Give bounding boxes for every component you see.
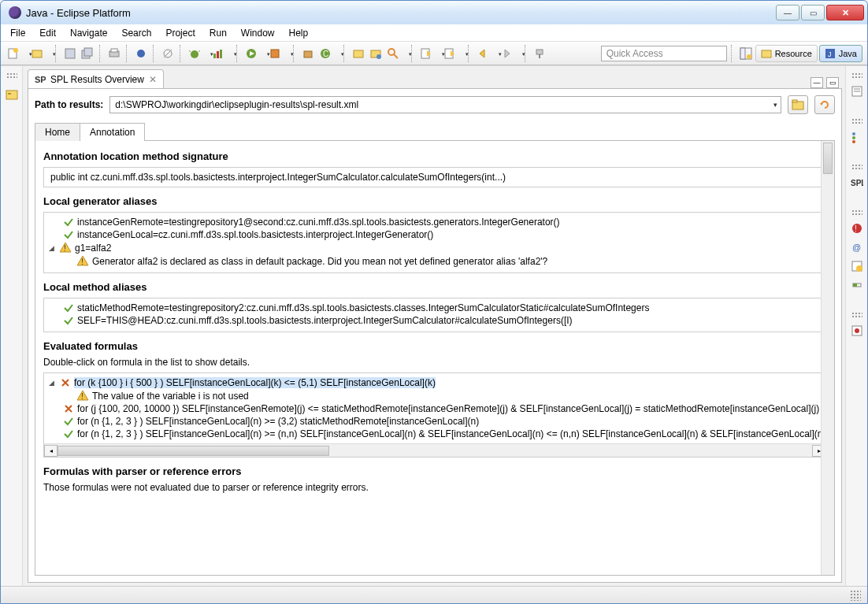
trim-grip[interactable]: [851, 72, 862, 79]
method-signature-box: public int cz.cuni.mff.d3s.spl.tools.bas…: [43, 167, 826, 187]
path-dropdown-icon[interactable]: ▾: [773, 101, 777, 109]
problems-icon[interactable]: !: [851, 222, 863, 235]
svg-marker-47: [820, 103, 823, 106]
new-icon[interactable]: ▾: [6, 46, 28, 61]
pin-icon[interactable]: [532, 46, 547, 61]
quick-access[interactable]: Quick Access: [601, 46, 727, 61]
svg-point-57: [852, 132, 855, 135]
check-icon: [63, 428, 74, 439]
tree-row[interactable]: ◢ for (k {100 } i { 500 } ) SELF[instanc…: [49, 376, 821, 389]
skip-breakpoints-icon[interactable]: [160, 46, 176, 61]
resize-grip-icon[interactable]: [850, 590, 861, 601]
warning-icon: !: [77, 390, 89, 402]
outline-icon[interactable]: [851, 131, 863, 143]
menu-window[interactable]: Window: [235, 26, 281, 40]
save-icon[interactable]: [62, 46, 78, 61]
refresh-button[interactable]: [814, 95, 835, 114]
tree-row[interactable]: SELF=THIS@HEAD:cz.cuni.mff.d3s.spl.tools…: [49, 314, 821, 327]
trim-grip[interactable]: [851, 164, 862, 170]
path-row: Path to results: d:\SWPROJ\workingdir\ec…: [35, 95, 835, 114]
method-tree[interactable]: staticMethodRemote=testingrepository2:cz…: [43, 298, 826, 332]
tree-row[interactable]: for (n {1, 2, 3 } ) SELF[instanceGenLoca…: [49, 428, 821, 440]
close-tab-icon[interactable]: ✕: [149, 74, 157, 85]
maximize-button[interactable]: ▭: [801, 5, 825, 20]
generator-tree[interactable]: instanceGenRemote=testingrepository1@sec…: [43, 212, 826, 273]
close-button[interactable]: ✕: [826, 5, 864, 20]
menu-edit[interactable]: Edit: [33, 26, 62, 40]
scroll-thumb[interactable]: [57, 446, 329, 456]
maximize-view-icon[interactable]: ▭: [826, 77, 839, 88]
forward-icon[interactable]: ▾: [499, 46, 521, 61]
svg-rect-34: [536, 50, 543, 54]
menu-run[interactable]: Run: [203, 26, 233, 40]
tree-row[interactable]: ! The value of the variable i is not use…: [49, 389, 821, 402]
path-input[interactable]: d:\SWPROJ\workingdir\eclipseplugin-resul…: [109, 96, 781, 113]
svg-rect-39: [762, 50, 771, 57]
run-last-icon[interactable]: ▾: [267, 46, 289, 61]
tab-home[interactable]: Home: [35, 123, 80, 141]
tree-row[interactable]: ! Generator alfa2 is declared as class i…: [49, 254, 821, 268]
minimize-view-icon[interactable]: —: [811, 77, 823, 88]
save-all-icon[interactable]: [80, 46, 95, 61]
window-title: Java - Eclipse Platform: [26, 7, 776, 19]
declaration-icon[interactable]: [851, 260, 863, 272]
open-type-icon[interactable]: [351, 46, 366, 61]
annotation-nav1-icon[interactable]: ▾: [418, 46, 440, 61]
search-icon[interactable]: ▾: [385, 46, 407, 61]
menu-help[interactable]: Help: [283, 26, 315, 40]
method-signature-header: Annotation location method signature: [43, 150, 826, 162]
menu-file[interactable]: File: [4, 26, 32, 40]
new-class-icon[interactable]: C▾: [317, 46, 339, 61]
left-trim: [1, 66, 23, 586]
tree-row[interactable]: for (j {100, 200, 10000 }) SELF[instance…: [49, 402, 821, 415]
debug-icon[interactable]: ▾: [187, 46, 209, 61]
svg-point-11: [191, 50, 198, 58]
menu-search[interactable]: Search: [115, 26, 158, 40]
scroll-left-icon[interactable]: ◂: [44, 445, 57, 457]
tree-row[interactable]: instanceGenLocal=cz.cuni.mff.d3s.spl.too…: [49, 228, 821, 241]
print-icon[interactable]: [106, 46, 122, 61]
formulas-tree[interactable]: ◢ for (k {100 } i { 500 } ) SELF[instanc…: [43, 372, 826, 458]
trim-grip[interactable]: [851, 209, 862, 216]
tree-row[interactable]: for (n {1, 2, 3 } ) SELF[instanceGenLoca…: [49, 415, 821, 428]
open-task-icon[interactable]: [368, 46, 384, 61]
task-list-icon[interactable]: [851, 85, 863, 98]
run-icon[interactable]: ▾: [243, 46, 265, 61]
spl-results-tab[interactable]: SPL SPL Results Overview ✕: [28, 69, 164, 88]
menu-navigate[interactable]: Navigate: [64, 26, 113, 40]
build-icon[interactable]: [133, 46, 149, 61]
trim-grip[interactable]: [851, 312, 862, 318]
spl-view-icon[interactable]: SPL: [851, 176, 863, 189]
window: Java - Eclipse Platform — ▭ ✕ File Edit …: [0, 0, 868, 604]
javadoc-icon[interactable]: @: [851, 241, 863, 254]
browse-button[interactable]: [788, 95, 808, 114]
vertical-scrollbar[interactable]: [821, 141, 834, 575]
annotation-body: Annotation location method signature pub…: [35, 141, 835, 576]
trim-grip[interactable]: [6, 72, 17, 79]
horizontal-scrollbar[interactable]: ◂ ▸: [44, 443, 825, 457]
tree-row[interactable]: ◢ ! g1=alfa2: [49, 241, 821, 254]
annotation-nav2-icon[interactable]: ▾: [442, 46, 464, 61]
collapse-icon[interactable]: ◢: [49, 379, 57, 387]
back-icon[interactable]: ▾: [475, 46, 497, 61]
menubar: File Edit Navigate Search Project Run Wi…: [1, 24, 867, 42]
tab-annotation[interactable]: Annotation: [80, 123, 145, 141]
coverage-icon[interactable]: ▾: [210, 46, 232, 61]
progress-icon[interactable]: [851, 279, 863, 291]
svg-point-69: [855, 328, 859, 333]
package-explorer-icon[interactable]: [6, 88, 18, 101]
error-log-icon[interactable]: [851, 324, 863, 337]
new-package-icon[interactable]: [300, 46, 316, 61]
perspective-resource[interactable]: Resource: [755, 45, 818, 62]
perspective-java[interactable]: JJava: [819, 45, 862, 62]
minimize-button[interactable]: —: [776, 5, 799, 20]
tree-row[interactable]: staticMethodRemote=testingrepository2:cz…: [49, 302, 821, 314]
new-project-icon[interactable]: ▾: [29, 46, 51, 61]
collapse-icon[interactable]: ◢: [49, 244, 57, 252]
fail-icon: [60, 377, 71, 388]
trim-grip[interactable]: [851, 118, 862, 124]
open-perspective-icon[interactable]: [738, 46, 754, 61]
menu-project[interactable]: Project: [159, 26, 201, 40]
tree-row[interactable]: instanceGenRemote=testingrepository1@sec…: [49, 216, 821, 228]
eclipse-icon: [9, 6, 21, 19]
